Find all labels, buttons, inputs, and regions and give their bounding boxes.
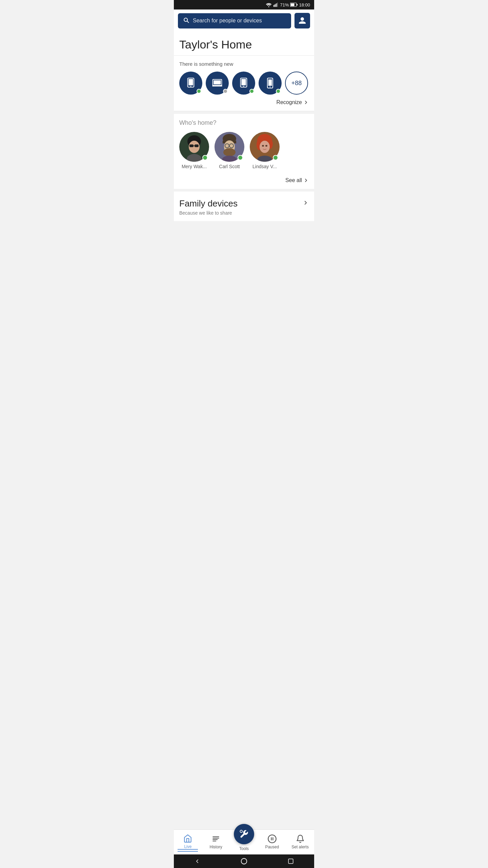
svg-point-40 — [262, 145, 264, 147]
signal-icon — [273, 2, 279, 7]
svg-rect-14 — [241, 79, 246, 85]
device-icons-row: +88 — [179, 72, 309, 95]
svg-rect-4 — [277, 3, 278, 7]
svg-point-0 — [268, 6, 269, 7]
person-avatar-wrap-3 — [250, 132, 280, 162]
recognize-link[interactable]: Recognize — [179, 99, 309, 105]
svg-rect-3 — [276, 3, 277, 7]
notification-card: There is something new — [174, 55, 314, 111]
device-status-dot-4 — [276, 89, 281, 94]
svg-rect-7 — [297, 4, 298, 6]
see-all-link[interactable]: See all — [179, 175, 309, 183]
search-icon — [183, 17, 189, 25]
device-status-dot-1 — [197, 89, 201, 94]
person-avatar-wrap-1 — [179, 132, 209, 162]
family-devices-subtitle: Because we like to share — [179, 210, 238, 216]
person-item-2[interactable]: Carl Scott — [215, 132, 244, 169]
svg-point-41 — [265, 145, 267, 147]
notification-label: There is something new — [179, 61, 309, 67]
person-item-3[interactable]: Lindsay V... — [250, 132, 280, 169]
profile-button[interactable] — [294, 13, 310, 28]
page-title: Taylor's Home — [174, 32, 314, 55]
search-placeholder: Search for people or devices — [193, 18, 262, 24]
family-devices-section[interactable]: Family devices Because we like to share — [174, 192, 314, 221]
header: Search for people or devices — [174, 9, 314, 32]
person-name-2: Carl Scott — [219, 164, 240, 169]
svg-point-10 — [190, 86, 191, 87]
person-name-1: Mery Wak... — [182, 164, 207, 169]
svg-rect-2 — [275, 4, 276, 7]
person-status-dot-1 — [202, 155, 208, 160]
wifi-icon — [266, 2, 272, 7]
svg-point-39 — [260, 141, 270, 153]
status-bar: 71% 18:00 — [174, 0, 314, 9]
status-icons: 71% 18:00 — [266, 2, 310, 7]
battery-percent: 71% — [280, 2, 289, 7]
svg-rect-9 — [188, 79, 193, 85]
whos-home-title: Who's home? — [179, 119, 309, 126]
svg-rect-17 — [268, 79, 272, 86]
device-status-dot-3 — [249, 89, 254, 94]
whos-home-section: Who's home? — [174, 114, 314, 189]
family-devices-text: Family devices Because we like to share — [179, 198, 238, 216]
device-icon-4[interactable] — [259, 72, 282, 95]
more-devices-circle[interactable]: +88 — [285, 72, 308, 95]
svg-rect-22 — [189, 144, 194, 147]
svg-rect-6 — [291, 3, 294, 6]
svg-rect-12 — [214, 80, 221, 84]
person-item-1[interactable]: Mery Wak... — [179, 132, 209, 169]
svg-point-33 — [223, 148, 236, 156]
device-icon-2[interactable] — [206, 72, 229, 95]
svg-point-18 — [270, 86, 271, 87]
people-row: Mery Wak... — [179, 132, 309, 169]
device-status-dot-2 — [223, 89, 228, 94]
svg-rect-23 — [195, 144, 199, 147]
time-display: 18:00 — [299, 2, 310, 7]
svg-rect-1 — [273, 5, 274, 7]
device-icon-1[interactable] — [179, 72, 202, 95]
search-bar[interactable]: Search for people or devices — [178, 13, 291, 28]
device-icon-3[interactable] — [232, 72, 255, 95]
person-name-3: Lindsay V... — [252, 164, 277, 169]
battery-icon — [290, 2, 298, 7]
person-status-dot-2 — [238, 155, 243, 160]
person-status-dot-3 — [273, 155, 278, 160]
svg-point-15 — [243, 86, 244, 87]
family-devices-title: Family devices — [179, 198, 238, 209]
person-avatar-wrap-2 — [215, 132, 244, 162]
family-devices-arrow-icon — [303, 200, 309, 208]
